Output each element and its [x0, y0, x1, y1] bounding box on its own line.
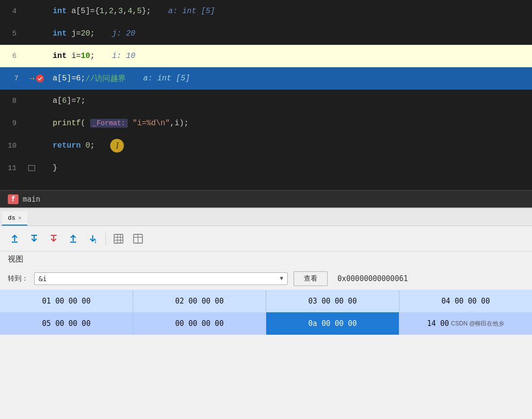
address-result-value: 0x00000000000061 — [337, 274, 408, 283]
line-gutter-11 — [24, 157, 49, 179]
tab-bar: ds × — [0, 209, 532, 226]
cursor-beam-icon: I — [110, 139, 124, 152]
line-number-8: 8 — [0, 90, 24, 112]
line-content-5: int j=20; j: 20 — [49, 22, 532, 45]
address-row: 转到： ▼ 查看 0x00000000000061 — [0, 267, 532, 290]
memory-row-2: 05 00 00 00 00 00 00 00 0a 00 00 00 14 0… — [0, 312, 532, 335]
line-content-4: int a[5]={1,2,3,4,5}; a: int [5] — [49, 0, 532, 22]
memory-cell-1-2: 02 00 00 00 — [133, 290, 266, 312]
home-icon — [28, 165, 35, 171]
address-label: 转到： — [8, 274, 28, 283]
line-gutter-8 — [24, 90, 49, 112]
breadcrumb-func-name: main — [22, 195, 40, 204]
csdn-watermark: CSDN @柳田在他乡 — [451, 320, 505, 328]
breadcrumb-bar: f main — [0, 190, 532, 208]
memory-cell-2-2: 00 00 00 00 — [133, 312, 266, 335]
line-number-5: 5 — [0, 22, 24, 45]
code-editor[interactable]: 4 int a[5]={1,2,3,4,5}; a: int [5] 5 int… — [0, 0, 532, 190]
line-number-7: 7 — [0, 67, 24, 90]
address-lookup-button[interactable]: 查看 — [294, 271, 328, 286]
code-line-9: 9 printf( _Format: "i=%d\n",i); — [0, 112, 532, 134]
step-cursor-button[interactable]: I — [84, 230, 101, 248]
address-input-wrapper[interactable]: ▼ — [34, 272, 288, 285]
address-input[interactable] — [39, 275, 280, 283]
code-line-5: 5 int j=20; j: 20 — [0, 22, 532, 45]
svg-text:I: I — [94, 239, 97, 244]
line-content-10: return 0; I — [49, 134, 532, 157]
step-over-button[interactable] — [45, 230, 62, 248]
line-gutter-4 — [24, 0, 49, 22]
toolbar: I — [0, 226, 532, 251]
memory-row-1: 01 00 00 00 02 00 00 00 03 00 00 00 04 0… — [0, 290, 532, 312]
memory-cell-1-3: 03 00 00 00 — [266, 290, 399, 312]
tab-ds-label: ds — [8, 214, 16, 222]
step-up-icon — [68, 233, 79, 244]
svg-rect-10 — [114, 234, 123, 243]
execution-arrow-icon: → — [29, 74, 35, 83]
step-cursor-icon: I — [87, 233, 98, 244]
code-line-8: 8 a[6]=7; — [0, 90, 532, 112]
code-line-7: 7 → a[5]=6;//访问越界 a: int [5] — [0, 67, 532, 90]
memory-cell-1-4: 04 00 00 00 — [399, 290, 532, 312]
code-line-11: 11 } — [0, 157, 532, 179]
line-content-9: printf( _Format: "i=%d\n",i); — [49, 112, 532, 134]
line-number-11: 11 — [0, 157, 24, 179]
line-gutter-10 — [24, 134, 49, 157]
toolbar-separator-1 — [105, 233, 106, 245]
memory-cell-2-4: 14 00 CSDN @柳田在他乡 — [399, 312, 532, 335]
memory-cell-1-1: 01 00 00 00 — [0, 290, 133, 312]
step-over-red-icon — [48, 233, 59, 244]
line-content-11: } — [49, 157, 532, 179]
tab-ds[interactable]: ds × — [2, 211, 27, 226]
breadcrumb-f-icon: f — [8, 194, 19, 204]
memory-cell-2-3: 0a 00 00 00 — [266, 312, 399, 335]
table-view-button[interactable] — [110, 230, 127, 248]
step-up-button[interactable] — [64, 230, 82, 248]
step-out-icon — [9, 233, 20, 244]
step-into-icon — [29, 233, 39, 244]
bottom-panel: ds × — [0, 208, 532, 419]
line-gutter-7: → — [24, 67, 49, 90]
line-gutter-9 — [24, 112, 49, 134]
address-dropdown-icon[interactable]: ▼ — [280, 275, 283, 282]
line-number-6: 6 — [0, 45, 24, 67]
line-number-4: 4 — [0, 0, 24, 22]
step-into-button[interactable] — [25, 230, 43, 248]
breakpoint-icon — [36, 75, 44, 82]
line-number-9: 9 — [0, 112, 24, 134]
tab-close-icon[interactable]: × — [19, 215, 22, 221]
code-line-6: 6 int i=10; i: 10 — [0, 45, 532, 67]
line-gutter-5 — [24, 22, 49, 45]
columns-view-icon — [133, 233, 143, 244]
code-line-10: 10 return 0; I — [0, 134, 532, 157]
table-view-icon — [113, 233, 124, 244]
line-content-6: int i=10; i: 10 — [49, 45, 532, 67]
columns-view-button[interactable] — [129, 230, 147, 248]
line-number-10: 10 — [0, 134, 24, 157]
memory-table: 01 00 00 00 02 00 00 00 03 00 00 00 04 0… — [0, 290, 532, 335]
step-out-button[interactable] — [6, 230, 23, 248]
section-title: 视图 — [0, 251, 532, 267]
keyword-int: int — [53, 7, 67, 16]
code-line-4: 4 int a[5]={1,2,3,4,5}; a: int [5] — [0, 0, 532, 22]
line-gutter-6 — [24, 45, 49, 67]
memory-cell-2-1: 05 00 00 00 — [0, 312, 133, 335]
line-content-8: a[6]=7; — [49, 90, 532, 112]
line-content-7: a[5]=6;//访问越界 a: int [5] — [49, 67, 532, 90]
